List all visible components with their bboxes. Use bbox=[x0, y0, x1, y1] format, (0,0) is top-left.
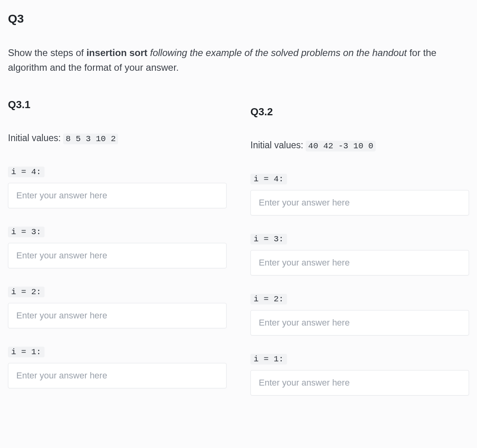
subquestion-title: Q3.2 bbox=[250, 106, 469, 118]
prompt-text-italic: following the example of the solved prob… bbox=[147, 47, 407, 58]
step-label: i = 2: bbox=[8, 287, 45, 297]
subquestion-columns: Q3.1 Initial values: 8 5 3 10 2 i = 4: i… bbox=[8, 99, 469, 403]
step-label: i = 3: bbox=[8, 227, 45, 237]
initial-values: 8 5 3 10 2 bbox=[63, 134, 118, 144]
prompt-text-pre: Show the steps of bbox=[8, 47, 86, 58]
question-title: Q3 bbox=[8, 12, 469, 25]
answer-input[interactable] bbox=[250, 370, 469, 396]
step-block: i = 3: bbox=[250, 223, 469, 275]
step-block: i = 2: bbox=[250, 283, 469, 336]
answer-input[interactable] bbox=[250, 250, 469, 275]
step-block: i = 1: bbox=[250, 343, 469, 396]
question-prompt: Show the steps of insertion sort followi… bbox=[8, 45, 469, 75]
step-label: i = 3: bbox=[250, 234, 287, 244]
step-block: i = 3: bbox=[8, 215, 227, 268]
prompt-text-bold: insertion sort bbox=[86, 47, 147, 58]
answer-input[interactable] bbox=[250, 190, 469, 215]
step-label: i = 4: bbox=[8, 167, 45, 177]
step-block: i = 2: bbox=[8, 275, 227, 328]
answer-input[interactable] bbox=[8, 243, 227, 268]
step-block: i = 4: bbox=[8, 155, 227, 208]
step-block: i = 4: bbox=[250, 163, 469, 215]
step-block: i = 1: bbox=[8, 336, 227, 388]
subquestion-q3-2: Q3.2 Initial values: 40 42 -3 10 0 i = 4… bbox=[250, 99, 469, 403]
step-label: i = 4: bbox=[250, 174, 287, 184]
initial-values: 40 42 -3 10 0 bbox=[306, 141, 376, 151]
initial-values-line: Initial values: 8 5 3 10 2 bbox=[8, 133, 227, 144]
answer-input[interactable] bbox=[8, 183, 227, 208]
initial-values-label: Initial values: bbox=[8, 133, 63, 143]
answer-input[interactable] bbox=[8, 363, 227, 388]
subquestion-title: Q3.1 bbox=[8, 99, 227, 111]
initial-values-line: Initial values: 40 42 -3 10 0 bbox=[250, 140, 469, 151]
step-label: i = 1: bbox=[250, 354, 287, 365]
answer-input[interactable] bbox=[8, 303, 227, 328]
step-label: i = 1: bbox=[8, 347, 45, 357]
answer-input[interactable] bbox=[250, 310, 469, 336]
initial-values-label: Initial values: bbox=[250, 140, 306, 150]
subquestion-q3-1: Q3.1 Initial values: 8 5 3 10 2 i = 4: i… bbox=[8, 99, 227, 403]
step-label: i = 2: bbox=[250, 294, 287, 304]
